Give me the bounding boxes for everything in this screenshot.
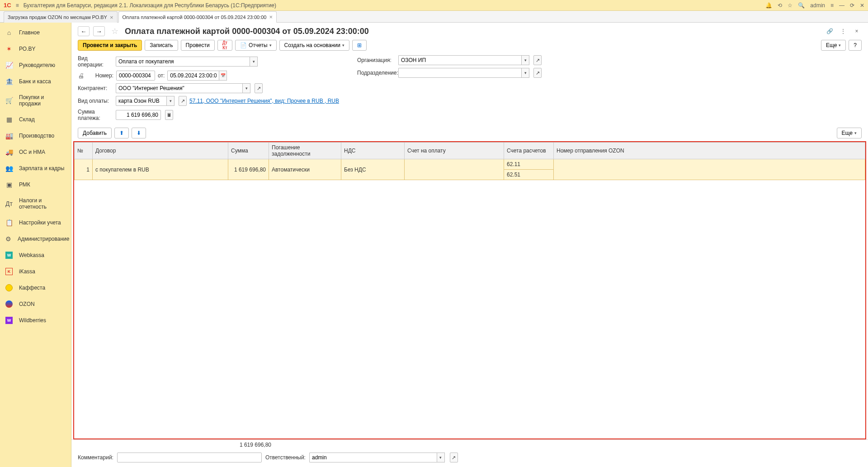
star-icon[interactable]: ☆ [788, 2, 793, 9]
col-vat[interactable]: НДС [341, 143, 405, 159]
sidebar-item-manager[interactable]: 📈Руководителю [0, 57, 71, 73]
tab-1[interactable]: Оплата платежной картой 0000-000304 от 0… [118, 11, 277, 23]
table-more-button[interactable]: Еще [837, 128, 862, 138]
sidebar-item-admin[interactable]: ⚙Администрирование [0, 231, 71, 247]
cart-icon: 🛒 [5, 97, 13, 104]
write-button[interactable]: Записать [145, 40, 178, 51]
sidebar-item-sales[interactable]: 🛒Покупки и продажи [0, 90, 71, 111]
content: ← → ☆ Оплата платежной картой 0000-00030… [71, 23, 868, 467]
cell-sum[interactable]: 1 619 696,80 [228, 159, 269, 180]
op-type-label: Вид операции: [78, 55, 113, 68]
tab-close-icon[interactable]: × [269, 14, 273, 20]
dtkt-button[interactable]: ДтКт [217, 40, 232, 51]
dropdown-icon[interactable]: ▾ [437, 453, 445, 462]
reports-button[interactable]: 📄Отчеты [235, 40, 276, 51]
tab-0[interactable]: Загрузка продаж OZON по месяцам РО.BY × [4, 11, 118, 23]
col-invoice[interactable]: Счет на оплату [405, 143, 504, 159]
sidebar-item-tax[interactable]: ДтНалоги и отчетность [0, 193, 71, 214]
number-field[interactable] [116, 71, 155, 81]
col-acc[interactable]: Счета расчетов [504, 143, 554, 159]
col-ozon[interactable]: Номер отправления OZON [554, 143, 865, 159]
col-n[interactable]: № [75, 143, 93, 159]
move-up-button[interactable]: ⬆ [114, 128, 129, 138]
sidebar-item-hr[interactable]: 👥Зарплата и кадры [0, 160, 71, 176]
dropdown-icon[interactable]: ▾ [521, 55, 529, 65]
org-field[interactable] [398, 55, 521, 65]
bell-icon[interactable]: 🔔 [765, 2, 772, 9]
move-down-button[interactable]: ⬇ [132, 128, 146, 138]
more-button[interactable]: Еще [821, 40, 846, 51]
post-button[interactable]: Провести [181, 40, 215, 51]
sidebar-item-assets[interactable]: 🚚ОС и НМА [0, 144, 71, 160]
kebab-icon[interactable]: ⋮ [838, 26, 848, 36]
cell-n[interactable]: 1 [75, 159, 93, 180]
open-ref-icon[interactable]: ↗ [533, 55, 542, 65]
calc-icon[interactable]: 🖩 [165, 110, 173, 120]
sidebar-item-kaffesta[interactable]: Каффеста [0, 280, 71, 296]
sidebar-item-prod[interactable]: 🏭Производство [0, 128, 71, 144]
sidebar-item-label: iKassa [19, 268, 35, 275]
settings-icon[interactable]: ≡ [830, 2, 834, 9]
close-page-icon[interactable]: × [852, 26, 862, 36]
favorite-icon[interactable]: ☆ [111, 26, 118, 36]
sidebar-item-settings[interactable]: 📋Настройки учета [0, 214, 71, 231]
open-ref-icon[interactable]: ↗ [533, 68, 542, 78]
cell-ozon[interactable] [554, 159, 865, 180]
cell-contract[interactable]: с покупателем в RUB [93, 159, 228, 180]
dropdown-icon[interactable]: ▾ [242, 83, 250, 93]
table-row[interactable]: 1 с покупателем в RUB 1 619 696,80 Автом… [75, 159, 865, 170]
open-ref-icon[interactable]: ↗ [179, 96, 187, 106]
add-button[interactable]: Добавить [78, 128, 112, 138]
nav-forward-button[interactable]: → [93, 26, 105, 36]
sidebar-item-wb[interactable]: WWildberries [0, 312, 71, 329]
col-contract[interactable]: Договор [93, 143, 228, 159]
link-icon[interactable]: 🔗 [825, 26, 835, 36]
dropdown-icon[interactable]: ▾ [250, 57, 258, 67]
sidebar-item-poby[interactable]: ✶РО.BY [0, 41, 71, 57]
cell-repay[interactable]: Автоматически [269, 159, 341, 180]
sidebar-item-ikassa[interactable]: KiKassa [0, 263, 71, 280]
comment-field[interactable] [117, 453, 262, 462]
op-type-field[interactable] [116, 57, 250, 67]
date-field[interactable] [167, 71, 219, 81]
cell-acc1[interactable]: 62.11 [504, 159, 554, 170]
dept-field[interactable] [398, 68, 521, 78]
structure-button[interactable]: ⊞ [352, 40, 367, 51]
dropdown-icon[interactable]: ▾ [166, 96, 175, 106]
nav-back-button[interactable]: ← [78, 26, 90, 36]
responsible-field[interactable] [309, 453, 437, 462]
pay-type-field[interactable] [116, 96, 166, 106]
sidebar-item-ozon[interactable]: OZON [0, 296, 71, 312]
sidebar-item-main[interactable]: ⌂Главное [0, 24, 71, 41]
pay-link[interactable]: 57.11, ООО "Интернет Решения", вид: Проч… [189, 98, 339, 104]
amount-field[interactable] [116, 110, 161, 120]
tab-close-icon[interactable]: × [110, 14, 113, 21]
search-icon[interactable]: 🔍 [798, 2, 805, 9]
printer-icon[interactable]: 🖨 [78, 72, 85, 79]
home-icon: ⌂ [5, 29, 13, 36]
help-button[interactable]: ? [849, 40, 862, 51]
counterparty-field[interactable] [116, 83, 242, 93]
cell-invoice[interactable] [405, 159, 504, 180]
dropdown-icon[interactable]: ▾ [521, 68, 529, 78]
open-ref-icon[interactable]: ↗ [255, 83, 263, 93]
history-icon[interactable]: ⟲ [778, 2, 782, 9]
post-close-button[interactable]: Провести и закрыть [78, 40, 142, 51]
menu-icon[interactable]: ≡ [16, 2, 19, 9]
create-based-button[interactable]: Создать на основании [279, 40, 350, 51]
sidebar-item-stock[interactable]: ▦Склад [0, 111, 71, 128]
sidebar-item-bank[interactable]: 🏦Банк и касса [0, 73, 71, 90]
sidebar-item-rmk[interactable]: ▣РМК [0, 176, 71, 193]
page-title: Оплата платежной картой 0000-000304 от 0… [125, 27, 369, 36]
user-label[interactable]: admin [810, 2, 825, 9]
col-sum[interactable]: Сумма [228, 143, 269, 159]
cell-vat[interactable]: Без НДС [341, 159, 405, 180]
cell-acc2[interactable]: 62.51 [504, 170, 554, 180]
close-icon[interactable]: ✕ [860, 2, 864, 9]
open-ref-icon[interactable]: ↗ [450, 453, 458, 462]
maximize-icon[interactable]: ⟳ [850, 2, 854, 9]
calendar-icon[interactable]: 📅 [219, 71, 227, 81]
sidebar-item-webkassa[interactable]: WWebkassa [0, 247, 71, 263]
col-repay[interactable]: Погашение задолженности [269, 143, 341, 159]
minimize-icon[interactable]: — [839, 2, 844, 9]
